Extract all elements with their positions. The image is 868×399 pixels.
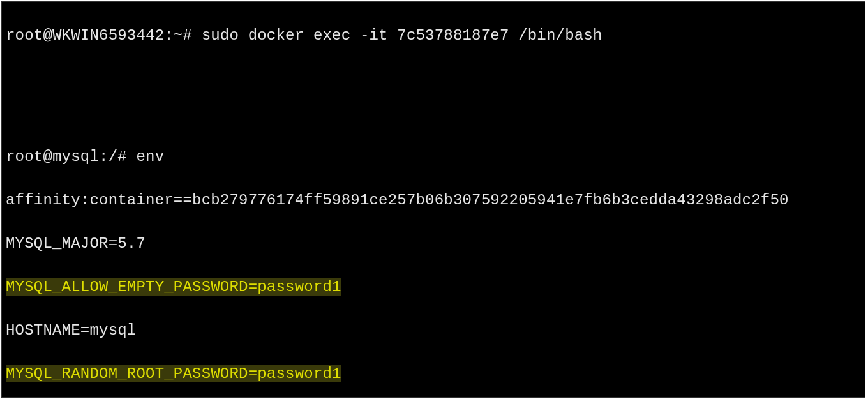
env-affinity: affinity:container==bcb279776174ff59891c… [6,190,861,211]
env-mysql-major: MYSQL_MAJOR=5.7 [6,233,861,255]
env-hostname: HOSTNAME=mysql [6,320,861,342]
highlighted-env-var: MYSQL_ALLOW_EMPTY_PASSWORD=password1 [6,278,341,296]
prompt-host-line: root@WKWIN6593442:~# sudo docker exec -i… [6,25,861,47]
highlighted-env-var: MYSQL_RANDOM_ROOT_PASSWORD=password1 [6,365,341,382]
env-mysql-random-root-password: MYSQL_RANDOM_ROOT_PASSWORD=password1 [6,363,861,385]
terminal-window[interactable]: root@WKWIN6593442:~# sudo docker exec -i… [1,1,865,398]
redacted-block [6,68,861,124]
prompt-container-line: root@mysql:/# env [6,146,861,168]
env-mysql-allow-empty-password: MYSQL_ALLOW_EMPTY_PASSWORD=password1 [6,276,861,298]
